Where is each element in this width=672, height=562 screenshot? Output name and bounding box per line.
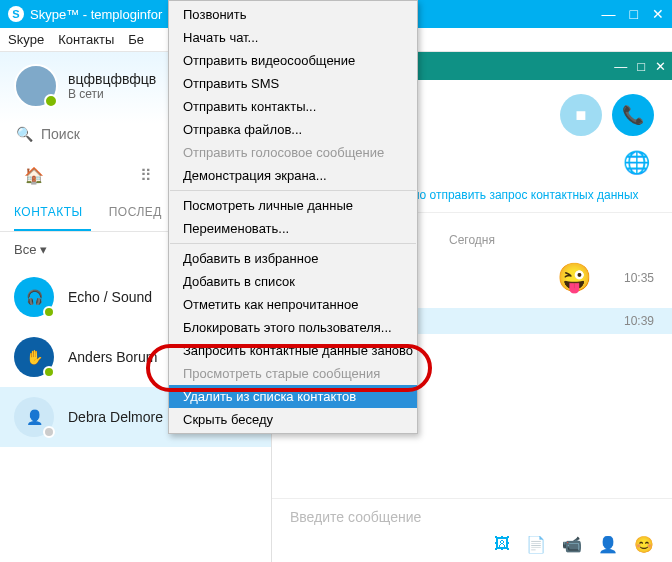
context-menu-item[interactable]: Отправить видеосообщение: [169, 49, 417, 72]
profile-avatar: [14, 64, 58, 108]
context-menu-item[interactable]: Начать чат...: [169, 26, 417, 49]
composer-toolbar: 🖼 📄 📹 👤 😊: [290, 535, 654, 554]
context-menu-item[interactable]: Позвонить: [169, 3, 417, 26]
presence-icon: [43, 426, 55, 438]
skype-icon: S: [8, 6, 24, 22]
send-video-message-icon[interactable]: 📹: [562, 535, 582, 554]
contact-name: Echo / Sound: [68, 289, 152, 305]
emoji-picker-icon[interactable]: 😊: [634, 535, 654, 554]
maximize-button[interactable]: □: [630, 6, 638, 22]
minimize-button[interactable]: —: [602, 6, 616, 22]
tab-contacts[interactable]: КОНТАКТЫ: [14, 197, 91, 231]
context-menu-item[interactable]: Посмотреть личные данные: [169, 194, 417, 217]
composer-input[interactable]: Введите сообщение: [290, 509, 654, 525]
composer: Введите сообщение 🖼 📄 📹 👤 😊: [272, 498, 672, 562]
tab-recent[interactable]: ПОСЛЕД: [109, 197, 170, 231]
context-menu-item[interactable]: Переименовать...: [169, 217, 417, 240]
menu-more[interactable]: Бе: [128, 32, 144, 47]
audio-call-button[interactable]: 📞: [612, 94, 654, 136]
contact-name: Debra Delmore: [68, 409, 163, 425]
emoji-sticker: 😜: [557, 261, 592, 294]
context-menu-item: Отправить голосовое сообщение: [169, 141, 417, 164]
contact-name: Anders Borum: [68, 349, 157, 365]
contact-avatar: 👤: [14, 397, 54, 437]
context-menu-item: Просмотреть старые сообщения: [169, 362, 417, 385]
context-menu-item[interactable]: Отправить SMS: [169, 72, 417, 95]
send-file-icon[interactable]: 📄: [526, 535, 546, 554]
send-image-icon[interactable]: 🖼: [494, 535, 510, 554]
context-menu-item[interactable]: Отправка файлов...: [169, 118, 417, 141]
context-menu-item[interactable]: Добавить в список: [169, 270, 417, 293]
context-menu-item[interactable]: Отметить как непрочитанное: [169, 293, 417, 316]
chat-minimize-button[interactable]: —: [614, 59, 627, 74]
menu-skype[interactable]: Skype: [8, 32, 44, 47]
profile-name: вцфвцфвфцв: [68, 71, 156, 87]
home-icon[interactable]: 🏠: [24, 166, 44, 185]
profile-status: В сети: [68, 87, 156, 101]
chat-close-button[interactable]: ✕: [655, 59, 666, 74]
message-time: 10:35: [610, 271, 654, 285]
chat-maximize-button[interactable]: □: [637, 59, 645, 74]
context-menu-item[interactable]: Добавить в избранное: [169, 247, 417, 270]
presence-icon: [43, 306, 55, 318]
window-controls: — □ ✕: [602, 6, 664, 22]
dialpad-icon[interactable]: ⠿: [140, 166, 152, 185]
context-menu-item[interactable]: Удалить из списка контактов: [169, 385, 417, 408]
contact-avatar: ✋: [14, 337, 54, 377]
context-menu-item[interactable]: Блокировать этого пользователя...: [169, 316, 417, 339]
contact-context-menu: ПозвонитьНачать чат...Отправить видеосоо…: [168, 0, 418, 434]
close-button[interactable]: ✕: [652, 6, 664, 22]
message-time: 10:39: [610, 314, 654, 328]
menu-contacts[interactable]: Контакты: [58, 32, 114, 47]
presence-online-icon: [44, 94, 58, 108]
contact-avatar: 🎧: [14, 277, 54, 317]
presence-icon: [43, 366, 55, 378]
search-placeholder: Поиск: [41, 126, 80, 142]
context-menu-item[interactable]: Запросить контактные данные заново: [169, 339, 417, 362]
window-title: Skype™ - temploginfor: [30, 7, 162, 22]
context-menu-item[interactable]: Демонстрация экрана...: [169, 164, 417, 187]
context-menu-item[interactable]: Скрыть беседу: [169, 408, 417, 431]
send-contact-icon[interactable]: 👤: [598, 535, 618, 554]
context-menu-item[interactable]: Отправить контакты...: [169, 95, 417, 118]
video-call-button[interactable]: ■: [560, 94, 602, 136]
search-icon: 🔍: [16, 126, 33, 142]
